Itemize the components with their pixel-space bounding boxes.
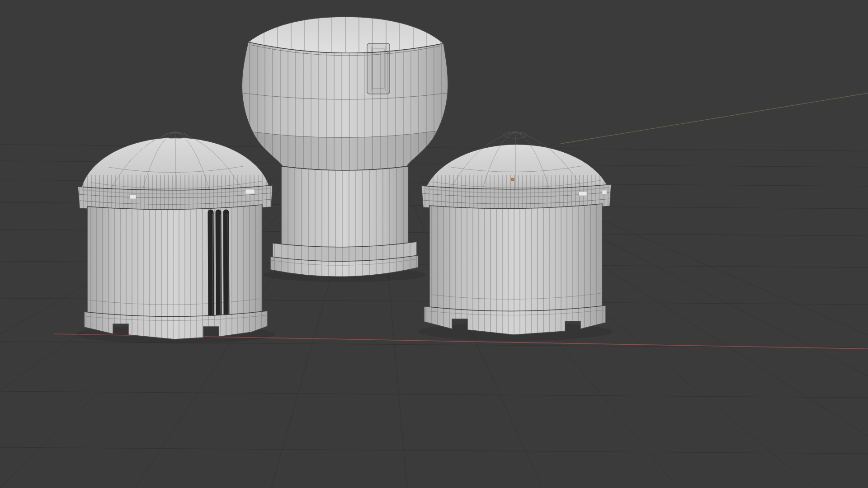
viewport-3d[interactable] [0, 0, 868, 488]
vessel-base-flange [270, 242, 418, 277]
object-tank-right[interactable] [418, 132, 613, 341]
origin-point [511, 178, 514, 181]
collar-hatch-mark [245, 189, 255, 194]
vessel-barrel [242, 42, 448, 170]
collar-hatch-mark [130, 195, 136, 199]
vessel-stem [281, 166, 408, 256]
vessel-access-panel [367, 43, 390, 94]
collar-hatch-mark [602, 190, 607, 194]
tank-cables [211, 212, 228, 317]
object-tank-left[interactable] [76, 132, 275, 343]
collar-hatch-mark [579, 192, 587, 196]
tank-body [87, 205, 262, 320]
tank-body [429, 204, 602, 315]
